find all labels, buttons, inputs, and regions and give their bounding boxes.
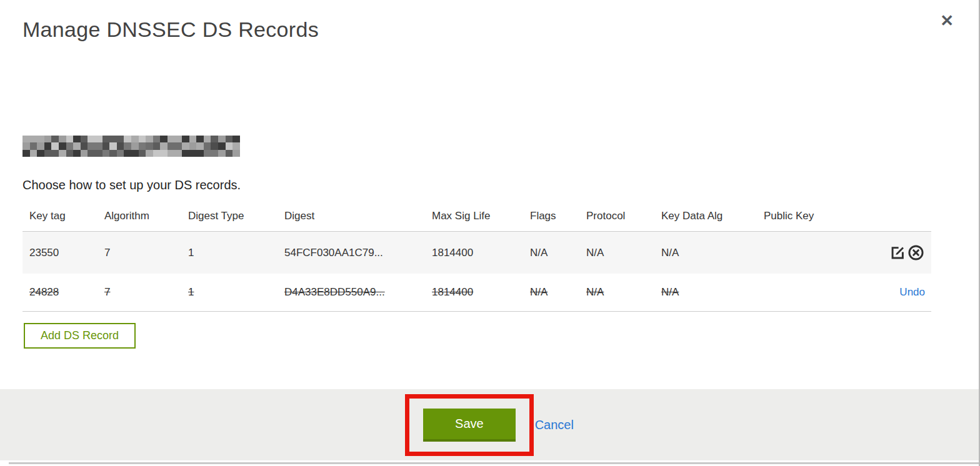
header-digest: Digest bbox=[278, 202, 425, 232]
cell-flags: N/A bbox=[530, 247, 548, 259]
cell-key-data-alg: N/A bbox=[661, 286, 679, 298]
cell-key-tag: 24828 bbox=[29, 286, 59, 298]
edit-record-button[interactable] bbox=[889, 244, 907, 261]
header-digest-type: Digest Type bbox=[181, 202, 278, 232]
table-row: 24828 7 1 D4A33E8DD550A9... 1814400 N/A … bbox=[22, 274, 931, 312]
delete-icon bbox=[908, 247, 924, 257]
header-public-key: Public Key bbox=[757, 202, 824, 232]
close-icon[interactable]: ✕ bbox=[940, 12, 954, 29]
header-actions bbox=[824, 202, 931, 232]
cell-key-tag: 23550 bbox=[29, 247, 59, 259]
cell-digest-type: 1 bbox=[188, 286, 194, 298]
instruction-text: Choose how to set up your DS records. bbox=[22, 178, 979, 192]
cell-protocol: N/A bbox=[586, 286, 604, 298]
header-protocol: Protocol bbox=[579, 202, 654, 232]
save-button[interactable]: Save bbox=[423, 409, 516, 442]
cell-key-data-alg: N/A bbox=[661, 247, 679, 259]
add-ds-record-button[interactable]: Add DS Record bbox=[24, 323, 136, 349]
cell-digest: 54FCF030AA1C79... bbox=[284, 247, 383, 259]
cell-digest-type: 1 bbox=[188, 247, 194, 259]
page-title: Manage DNSSEC DS Records bbox=[0, 0, 979, 42]
table-row: 23550 7 1 54FCF030AA1C79... 1814400 N/A … bbox=[22, 232, 931, 274]
annotation-highlight: Save bbox=[405, 394, 534, 456]
edit-icon bbox=[889, 247, 906, 257]
window-bottom-edge bbox=[9, 462, 979, 464]
ds-records-table: Key tag Algorithm Digest Type Digest Max… bbox=[22, 202, 931, 312]
header-flags: Flags bbox=[523, 202, 579, 232]
header-algorithm: Algorithm bbox=[98, 202, 181, 232]
dnssec-modal: Manage DNSSEC DS Records ✕ Choose how to… bbox=[0, 0, 980, 466]
redacted-domain bbox=[22, 136, 241, 157]
cell-digest: D4A33E8DD550A9... bbox=[284, 286, 385, 298]
table-header-row: Key tag Algorithm Digest Type Digest Max… bbox=[22, 202, 931, 232]
cancel-link[interactable]: Cancel bbox=[535, 418, 574, 432]
cell-max-sig-life: 1814400 bbox=[432, 247, 473, 259]
modal-footer: Save Cancel bbox=[0, 389, 979, 460]
cell-max-sig-life: 1814400 bbox=[432, 286, 473, 298]
cell-flags: N/A bbox=[530, 286, 548, 298]
cell-protocol: N/A bbox=[586, 247, 604, 259]
header-key-tag: Key tag bbox=[22, 202, 98, 232]
cell-algorithm: 7 bbox=[104, 247, 110, 259]
delete-record-button[interactable] bbox=[907, 244, 925, 261]
undo-link[interactable]: Undo bbox=[899, 286, 925, 298]
header-max-sig-life: Max Sig Life bbox=[425, 202, 523, 232]
header-key-data-alg: Key Data Alg bbox=[654, 202, 757, 232]
cell-algorithm: 7 bbox=[104, 286, 110, 298]
